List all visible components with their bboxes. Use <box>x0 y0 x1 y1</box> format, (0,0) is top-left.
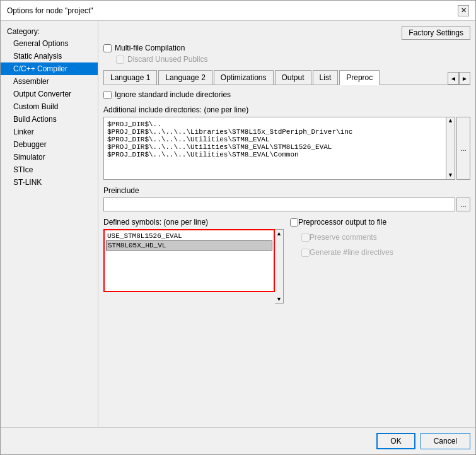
sidebar-item-build-actions[interactable]: Build Actions <box>1 113 98 126</box>
pp-output-column: Preprocessor output to file Preserve com… <box>290 218 470 292</box>
sidebar-item-linker[interactable]: Linker <box>1 126 98 138</box>
ok-button[interactable]: OK <box>376 433 415 449</box>
dir-line-3: $PROJ_DIR$\..\..\..\Utilities\STM8_EVAL <box>107 136 451 143</box>
tab-list[interactable]: List <box>313 70 339 85</box>
multi-file-row: Multi-file Compilation <box>103 44 470 52</box>
sidebar-item-static-analysis[interactable]: Static Analysis <box>1 50 98 62</box>
dir-line-5: $PROJ_DIR$\..\..\..\Utilities\STM8_EVAL\… <box>107 151 451 158</box>
dialog-body: Category: General Options Static Analysi… <box>1 21 475 427</box>
tab-optimizations[interactable]: Optimizations <box>214 70 274 85</box>
cancel-button[interactable]: Cancel <box>421 433 470 449</box>
symbols-scroll-down-icon[interactable]: ▼ <box>276 296 282 302</box>
sidebar: Category: General Options Static Analysi… <box>1 21 98 427</box>
sidebar-item-assembler[interactable]: Assembler <box>1 75 98 88</box>
symbols-scroll-up-icon[interactable]: ▲ <box>276 230 282 237</box>
sidebar-item-custom-build[interactable]: Custom Build <box>1 100 98 113</box>
preserve-comments-checkbox[interactable] <box>301 233 310 242</box>
dialog-window: Options for node "project" ✕ Category: G… <box>0 0 476 455</box>
sidebar-category-label: Category: <box>1 26 98 37</box>
discard-unused-label: Discard Unused Publics <box>127 55 207 64</box>
dialog-title: Options for node "project" <box>7 6 93 15</box>
scroll-down-icon[interactable]: ▼ <box>449 172 452 179</box>
ignore-std-label: Ignore standard include directories <box>115 90 231 99</box>
close-button[interactable]: ✕ <box>458 5 469 16</box>
dir-line-4: $PROJ_DIR$\..\..\..\Utilities\STM8_EVAL\… <box>107 143 451 151</box>
dir-line-2: $PROJ_DIR$\..\..\..\Libraries\STM8L15x_S… <box>107 128 451 136</box>
pp-output-checkbox[interactable] <box>290 218 298 227</box>
pp-output-label: Preprocessor output to file <box>298 218 386 227</box>
scroll-up-icon[interactable]: ▲ <box>449 118 452 124</box>
generate-line-checkbox[interactable] <box>301 249 310 257</box>
preinclude-container: ... <box>103 198 470 211</box>
dir-line-1: $PROJ_DIR$\.. <box>107 121 451 128</box>
additional-dirs-container: $PROJ_DIR$\.. $PROJ_DIR$\..\..\..\Librar… <box>103 117 470 180</box>
defined-symbols-scrollbar[interactable]: ▲ ▼ <box>275 229 284 304</box>
tab-preproc[interactable]: Preproc <box>339 70 380 85</box>
symbol-line-2: STM8L05X_HD_VL <box>106 240 272 251</box>
additional-dirs-box: $PROJ_DIR$\.. $PROJ_DIR$\..\..\..\Librar… <box>103 117 455 180</box>
additional-dirs-label: Additional include directories: (one per… <box>103 105 470 114</box>
defined-symbols-box[interactable]: USE_STM8L1526_EVAL STM8L05X_HD_VL <box>103 229 275 292</box>
symbol-line-1: USE_STM8L1526_EVAL <box>106 232 272 240</box>
main-content: Factory Settings Multi-file Compilation … <box>98 21 475 427</box>
ignore-std-checkbox[interactable] <box>103 91 112 99</box>
defined-symbols-column: Defined symbols: (one per line) USE_STM8… <box>103 218 284 292</box>
preinclude-browse-button[interactable]: ... <box>456 198 470 211</box>
sidebar-item-stice[interactable]: STIce <box>1 163 98 176</box>
sidebar-item-st-link[interactable]: ST-LINK <box>1 176 98 189</box>
multi-file-label: Multi-file Compilation <box>115 44 185 52</box>
preserve-comments-label: Preserve comments <box>310 233 377 242</box>
sidebar-item-cpp-compiler[interactable]: C/C++ Compiler <box>1 62 98 75</box>
two-column-area: Defined symbols: (one per line) USE_STM8… <box>103 218 470 292</box>
ignore-std-row: Ignore standard include directories <box>103 90 470 99</box>
pp-output-row: Preprocessor output to file <box>290 218 470 227</box>
dialog-footer: OK Cancel <box>1 427 475 454</box>
tab-output[interactable]: Output <box>275 70 311 85</box>
preinclude-label: Preinclude <box>103 186 470 195</box>
scrollbar[interactable]: ▲ ▼ <box>446 117 455 179</box>
defined-symbols-container: USE_STM8L1526_EVAL STM8L05X_HD_VL ▲ ▼ <box>103 229 284 304</box>
title-bar: Options for node "project" ✕ <box>1 1 475 21</box>
discard-unused-row: Discard Unused Publics <box>116 55 470 64</box>
sidebar-item-general-options[interactable]: General Options <box>1 37 98 50</box>
preserve-comments-row: Preserve comments <box>301 233 470 242</box>
tab-nav: ◄ ► <box>448 72 470 85</box>
generate-line-label: Generate #line directives <box>310 248 393 257</box>
factory-settings-button[interactable]: Factory Settings <box>402 26 470 40</box>
generate-line-row: Generate #line directives <box>301 248 470 257</box>
sidebar-item-debugger[interactable]: Debugger <box>1 138 98 151</box>
tab-language2[interactable]: Language 2 <box>158 70 212 85</box>
tabs-row: Language 1 Language 2 Optimizations Outp… <box>103 70 470 85</box>
multi-file-checkbox[interactable] <box>103 44 112 52</box>
discard-unused-checkbox[interactable] <box>116 56 124 64</box>
tab-prev-button[interactable]: ◄ <box>448 72 459 85</box>
tab-next-button[interactable]: ► <box>459 72 470 85</box>
preinclude-input[interactable] <box>103 198 455 211</box>
sidebar-item-output-converter[interactable]: Output Converter <box>1 88 98 100</box>
top-row: Factory Settings <box>103 26 470 40</box>
tab-content: Ignore standard include directories Addi… <box>103 90 470 422</box>
tab-language1[interactable]: Language 1 <box>103 70 157 85</box>
additional-dirs-browse-button[interactable]: ... <box>456 117 470 180</box>
sidebar-item-simulator[interactable]: Simulator <box>1 151 98 163</box>
defined-symbols-label: Defined symbols: (one per line) <box>103 218 284 227</box>
